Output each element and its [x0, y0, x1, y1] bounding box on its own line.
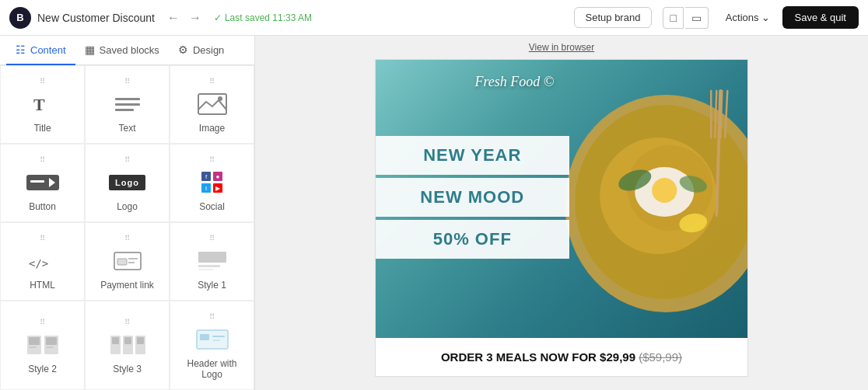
topbar: B New Customer Discount ← → ✓ Last saved… [0, 0, 868, 36]
drag-handle: ⠿ [40, 235, 46, 242]
block-image-label: Image [199, 123, 225, 134]
save-status: ✓ Last saved 11:33 AM [214, 12, 312, 23]
redo-button[interactable]: → [186, 9, 205, 26]
drag-handle: ⠿ [40, 78, 46, 85]
logo-preview: Logo [109, 175, 145, 190]
content-tab-icon: ☷ [16, 44, 26, 56]
drag-handle: ⠿ [124, 235, 131, 242]
block-style3-icon [109, 331, 146, 359]
hero-image-area [554, 60, 747, 338]
svg-rect-27 [124, 337, 131, 344]
svg-rect-15 [198, 265, 220, 267]
instagram-icon: ● [213, 172, 222, 181]
block-html[interactable]: ⠿ </> HTML [0, 222, 85, 301]
block-title[interactable]: ⠿ T Title [0, 65, 85, 144]
setup-brand-button[interactable]: Setup brand [574, 7, 653, 28]
block-style1[interactable]: ⠿ Style 1 [170, 222, 254, 301]
block-text-label: Text [118, 123, 135, 134]
block-style1-label: Style 1 [198, 280, 226, 291]
mobile-view-button[interactable]: ▭ [685, 7, 709, 29]
block-payment[interactable]: ⠿ Payment link [85, 222, 170, 301]
block-social[interactable]: ⠿ f ● t ▶ Social [170, 144, 254, 222]
svg-rect-2 [115, 103, 140, 106]
block-style1-icon [194, 247, 231, 275]
undo-redo-group: ← → [164, 9, 205, 26]
svg-rect-1 [115, 98, 140, 100]
tab-content[interactable]: ☷ Content [6, 36, 75, 65]
svg-rect-31 [212, 336, 225, 337]
svg-rect-19 [29, 337, 40, 345]
sidebar: ☷ Content ▦ Saved blocks ⚙ Design ⠿ T [0, 36, 255, 390]
block-html-icon: </> [24, 247, 61, 275]
block-text[interactable]: ⠿ Text [85, 65, 170, 144]
block-button-icon [24, 169, 61, 197]
desktop-view-button[interactable]: □ [663, 7, 683, 29]
design-tab-icon: ⚙ [178, 44, 188, 56]
drag-handle: ⠿ [124, 78, 131, 85]
block-logo-label: Logo [117, 201, 138, 212]
svg-text:T: T [33, 95, 45, 114]
block-logo[interactable]: ⠿ Logo Logo [85, 144, 170, 222]
saved-tab-icon: ▦ [85, 44, 95, 56]
drag-handle: ⠿ [40, 156, 46, 164]
block-title-icon: T [24, 90, 61, 118]
sidebar-tabs: ☷ Content ▦ Saved blocks ⚙ Design [0, 36, 254, 65]
facebook-icon: f [201, 172, 211, 181]
drag-handle: ⠿ [209, 156, 215, 164]
view-toggle-group: □ ▭ [663, 7, 708, 29]
svg-rect-7 [30, 180, 44, 183]
block-image[interactable]: ⠿ Image [170, 65, 254, 144]
block-header-logo[interactable]: ⠿ Header with Logo [170, 301, 254, 390]
drag-handle: ⠿ [124, 156, 131, 164]
drag-handle: ⠿ [209, 235, 215, 242]
block-social-icon: f ● t ▶ [194, 169, 231, 197]
youtube-icon: ▶ [213, 183, 222, 193]
svg-rect-14 [198, 252, 226, 263]
hero-title: Fresh Food © [376, 74, 747, 90]
block-style3-label: Style 3 [113, 364, 142, 374]
drag-handle: ⠿ [124, 319, 131, 326]
svg-rect-21 [29, 346, 37, 348]
promo-banner-3: 50% OFF [376, 220, 569, 259]
svg-point-5 [218, 96, 222, 101]
block-style2-icon [24, 331, 61, 359]
svg-rect-16 [198, 269, 214, 270]
block-style2-label: Style 2 [28, 364, 57, 374]
svg-rect-22 [46, 346, 54, 348]
brand-logo-icon: B [9, 7, 31, 29]
svg-rect-20 [46, 337, 57, 345]
block-button[interactable]: ⠿ Button [0, 144, 85, 222]
block-style2[interactable]: ⠿ Style 2 [0, 301, 85, 390]
drag-handle: ⠿ [209, 78, 215, 85]
tab-saved-blocks[interactable]: ▦ Saved blocks [75, 36, 169, 65]
drag-handle: ⠿ [209, 313, 215, 321]
drag-handle: ⠿ [40, 319, 46, 326]
blocks-grid: ⠿ T Title ⠿ Text [0, 65, 254, 390]
promo-banner-1: NEW YEAR [376, 136, 569, 175]
svg-rect-32 [212, 340, 220, 341]
svg-rect-26 [112, 337, 119, 344]
undo-button[interactable]: ← [164, 9, 183, 26]
block-style3[interactable]: ⠿ Style 3 [85, 301, 170, 390]
block-payment-icon [109, 247, 146, 275]
block-header-logo-label: Header with Logo [177, 358, 247, 380]
svg-point-38 [653, 178, 677, 203]
block-button-label: Button [29, 201, 56, 212]
actions-button[interactable]: Actions ⌄ [719, 8, 776, 27]
block-title-label: Title [33, 123, 51, 134]
document-title: New Customer Discount [37, 12, 155, 24]
block-image-icon [194, 90, 231, 118]
email-footer: ORDER 3 MEALS NOW FOR $29,99 ($59,99) [376, 338, 747, 376]
block-text-icon [109, 90, 146, 118]
tab-design[interactable]: ⚙ Design [169, 36, 233, 65]
block-logo-icon: Logo [109, 169, 146, 197]
view-in-browser-link[interactable]: View in browser [529, 42, 594, 53]
preview-area: View in browser [255, 36, 868, 390]
promo-banners: NEW YEAR NEW MOOD 50% OFF [376, 136, 569, 262]
block-header-logo-icon [194, 326, 231, 353]
email-preview: Fresh Food © NEW YEAR NEW MOOD 50% OFF [375, 59, 748, 377]
save-quit-button[interactable]: Save & quit [782, 6, 859, 29]
email-hero-section: Fresh Food © NEW YEAR NEW MOOD 50% OFF [376, 60, 747, 338]
twitter-icon: t [201, 183, 211, 193]
svg-text:</>: </> [29, 257, 48, 270]
